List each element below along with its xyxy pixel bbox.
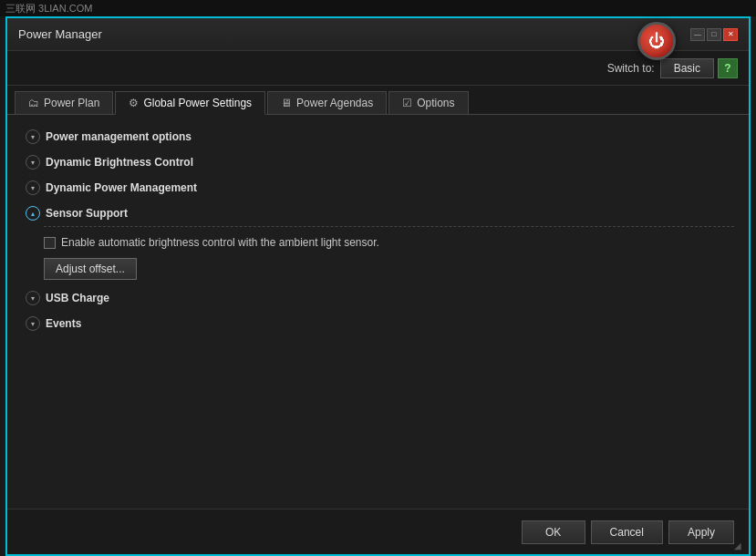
section-dynamic-brightness[interactable]: ▾ Dynamic Brightness Control (22, 149, 734, 175)
section-usb-charge[interactable]: ▾ USB Charge (22, 285, 734, 311)
global-settings-tab-icon: ⚙ (129, 97, 139, 109)
brightness-checkbox[interactable] (44, 237, 56, 249)
power-agendas-tab-icon: 🖥 (281, 97, 292, 109)
brightness-checkbox-label: Enable automatic brightness control with… (61, 236, 379, 249)
minimize-button[interactable]: — (690, 28, 705, 41)
cancel-button[interactable]: Cancel (591, 520, 663, 544)
chevron-dynamic-power: ▾ (26, 180, 40, 195)
bottom-bar: OK Cancel Apply (7, 509, 749, 554)
section-dynamic-power-management[interactable]: ▾ Dynamic Power Management (22, 175, 734, 201)
restore-button[interactable]: □ (707, 28, 721, 41)
toolbar: Switch to: Basic ? (7, 51, 749, 86)
chevron-events: ▾ (26, 316, 40, 331)
chevron-power-management: ▾ (26, 129, 40, 144)
section-label-power-management: Power management options (46, 130, 192, 143)
adjust-offset-button[interactable]: Adjust offset... (44, 258, 137, 280)
window-controls: — □ ✕ (690, 28, 738, 41)
resize-handle[interactable]: ◢ (734, 541, 741, 551)
help-button[interactable]: ? (718, 58, 738, 78)
options-tab-icon: ☑ (402, 97, 412, 109)
tab-power-plan[interactable]: 🗂 Power Plan (15, 91, 113, 114)
apply-button[interactable]: Apply (668, 520, 734, 544)
watermark-text: 三联网 3LIAN.COM (5, 2, 92, 15)
sensor-support-content: Enable automatic brightness control with… (44, 226, 734, 285)
ok-button[interactable]: OK (522, 520, 585, 544)
section-label-dynamic-brightness: Dynamic Brightness Control (46, 156, 193, 169)
tabs-row: 🗂 Power Plan ⚙ Global Power Settings 🖥 P… (7, 86, 749, 115)
checkbox-row-brightness: Enable automatic brightness control with… (44, 232, 734, 252)
section-power-management-options[interactable]: ▾ Power management options (22, 124, 734, 149)
section-label-dynamic-power: Dynamic Power Management (46, 181, 197, 194)
switch-to-label: Switch to: (607, 62, 655, 75)
switch-basic-button[interactable]: Basic (660, 58, 714, 78)
section-label-usb-charge: USB Charge (46, 292, 109, 304)
close-button[interactable]: ✕ (723, 28, 738, 41)
content-area: ▾ Power management options ▾ Dynamic Bri… (7, 115, 749, 509)
power-plan-tab-icon: 🗂 (28, 97, 39, 109)
chevron-sensor-support: ▴ (26, 206, 40, 221)
tab-options[interactable]: ☑ Options (388, 91, 468, 114)
tab-power-agendas[interactable]: 🖥 Power Agendas (267, 91, 387, 114)
power-icon (637, 22, 676, 60)
window-title: Power Manager (18, 27, 102, 41)
chevron-usb-charge: ▾ (26, 291, 40, 305)
section-label-events: Events (46, 317, 81, 330)
chevron-dynamic-brightness: ▾ (26, 155, 40, 170)
section-label-sensor-support: Sensor Support (46, 207, 128, 220)
tab-global-power-settings[interactable]: ⚙ Global Power Settings (115, 91, 265, 115)
section-sensor-support[interactable]: ▴ Sensor Support (22, 201, 734, 226)
section-events[interactable]: ▾ Events (22, 311, 734, 336)
